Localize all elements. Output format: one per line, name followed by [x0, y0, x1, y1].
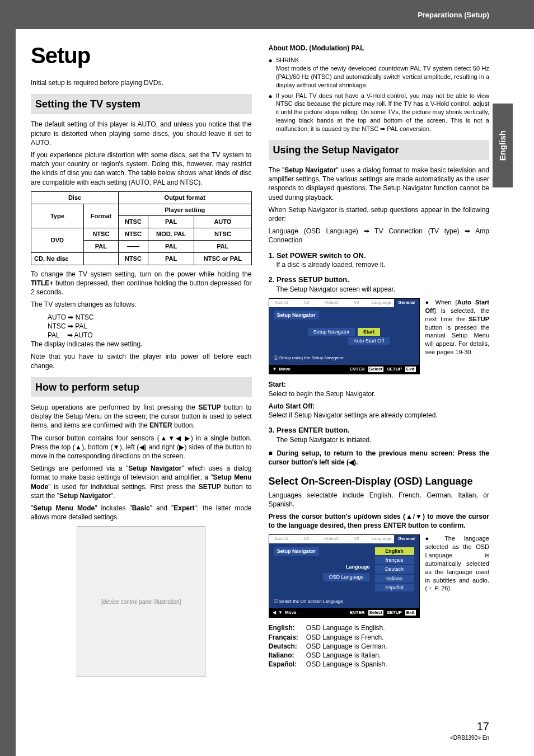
language-list: English: OSD Language is English. França… [269, 623, 490, 669]
tv-p2: If you experience picture distortion wit… [31, 151, 252, 187]
nav-p1: The "Setup Navigator" uses a dialog form… [269, 166, 490, 202]
setup-navigator-menu-2: Audio1A2Video1V2LanguageGeneral Setup Na… [269, 534, 420, 618]
heading-how-setup: How to perform setup [31, 377, 252, 397]
heading-osd: Select On-Screen-Display (OSD) Language [269, 475, 490, 488]
tv-p4: The TV system changes as follows: [31, 300, 252, 309]
right-column: About MOD. (Modulation) PAL ●SHRINKMost … [269, 40, 490, 682]
intro-text: Initial setup is required before playing… [31, 78, 252, 87]
heading-tv-system: Setting the TV system [31, 94, 252, 114]
breadcrumb: Preparations (Setup) [418, 10, 489, 20]
menu2-note: ● The language selected as the OSD Langu… [425, 534, 490, 593]
tv-p5: The display indicates the new setting. [31, 340, 252, 349]
header-band: Preparations (Setup) [0, 0, 534, 29]
tv-p1: The default setting of this player is AU… [31, 120, 252, 147]
left-stripe [0, 0, 16, 756]
language-tab: English [493, 104, 513, 187]
tv-p6: Note that you have to switch the player … [31, 352, 252, 370]
how-p2: The cursor button contains four sensors … [31, 434, 252, 461]
nav-p3: Language (OSD Language) ➡ TV Connection … [269, 227, 490, 245]
tv-p3: To change the TV system setting, turn on… [31, 270, 252, 297]
step-1: 1. Set POWER switch to ON. [269, 251, 490, 261]
step-2: 2. Press SETUP button. [269, 275, 490, 285]
device-illustration: [device control panel illustration] [77, 526, 205, 677]
setup-navigator-menu-1: Audio1A2Video1V2LanguageGeneral Setup Na… [269, 298, 420, 374]
nav-p2: When Setup Navigator is started, setup q… [269, 205, 490, 223]
left-column: Setup Initial setup is required before p… [31, 40, 252, 682]
compat-table: Disc Output format Type Format Player se… [31, 191, 252, 265]
page-footer: 17 <DRB1390> En [450, 719, 489, 742]
menu1-note: ● When [Auto Start Off] is selected, the… [425, 298, 490, 356]
content: Setup Initial setup is required before p… [31, 40, 489, 734]
mod-heading: About MOD. (Modulation) PAL [269, 44, 364, 52]
how-p1: Setup operations are performed by first … [31, 403, 252, 430]
how-p3: Settings are performed via a "Setup Navi… [31, 464, 252, 500]
page-title: Setup [31, 40, 252, 71]
step-3: 3. Press ENTER button. [269, 425, 490, 435]
how-p4: "Setup Menu Mode" includes "Basic" and "… [31, 504, 252, 522]
heading-setup-navigator: Using the Setup Navigator [269, 140, 490, 160]
manual-page: Preparations (Setup) English Setup Initi… [0, 0, 534, 756]
